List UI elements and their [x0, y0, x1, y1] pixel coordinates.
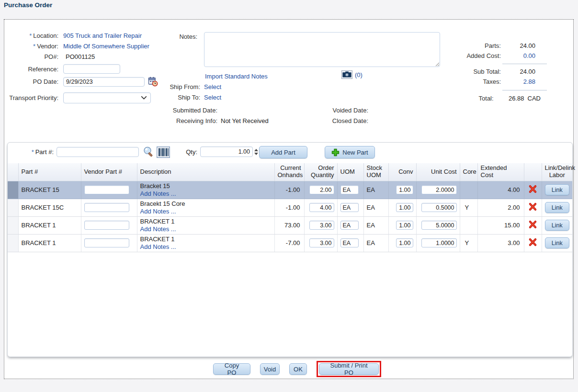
- delete-x-icon[interactable]: [528, 185, 537, 195]
- link-button[interactable]: Link: [545, 184, 569, 195]
- row-selection-cell[interactable]: [8, 216, 18, 234]
- po-date-input[interactable]: [63, 77, 145, 87]
- part-description: BRACKET 1: [140, 218, 272, 225]
- added-cost-row: Added Cost: 0.00: [435, 52, 541, 59]
- table-row[interactable]: BRACKET 15C Bracekt 15 Core Add Notes ..…: [8, 199, 572, 216]
- part-number-input[interactable]: [57, 147, 139, 157]
- part-description: Bracket 15: [140, 182, 272, 190]
- conv-input[interactable]: [396, 221, 413, 230]
- col-link-delink: Link/Delink Labor: [542, 163, 572, 181]
- notes-textarea[interactable]: [204, 32, 440, 67]
- delete-x-icon[interactable]: [528, 220, 537, 230]
- vendor-part-cell: [81, 216, 137, 234]
- vendor-part-input[interactable]: [84, 221, 129, 230]
- order-quantity-input[interactable]: [309, 185, 334, 194]
- import-standard-notes-link[interactable]: Import Standard Notes: [205, 73, 268, 80]
- camera-icon[interactable]: [341, 70, 352, 79]
- search-icon[interactable]: [143, 146, 155, 158]
- qty-input[interactable]: [200, 146, 253, 157]
- location-link[interactable]: 905 Truck and Trailer Repair: [63, 32, 142, 39]
- currency-code: CAD: [528, 95, 541, 102]
- ship-to-row: Ship To: Select: [148, 94, 221, 101]
- photos-control[interactable]: (0): [341, 70, 363, 79]
- link-cell: Link: [542, 234, 572, 252]
- col-vendor-part: Vendor Part #: [81, 163, 137, 181]
- vendor-part-cell: [81, 199, 137, 216]
- row-selection-cell[interactable]: [8, 199, 18, 216]
- conv-input[interactable]: [396, 185, 413, 194]
- qty-control: [200, 146, 258, 157]
- unit-cost-input[interactable]: [421, 238, 457, 247]
- row-selection-cell[interactable]: [8, 234, 18, 252]
- conv-input[interactable]: [396, 203, 413, 212]
- receiving-info-value: Not Yet Received: [221, 117, 269, 124]
- qty-spinner[interactable]: [254, 149, 258, 155]
- vendor-part-input[interactable]: [84, 203, 129, 212]
- col-uom: UOM: [337, 163, 363, 181]
- unit-cost-input[interactable]: [421, 221, 457, 230]
- vendor-link[interactable]: Middle Of Somewhere Supplier: [63, 43, 149, 50]
- added-cost-link[interactable]: 0.00: [501, 52, 535, 59]
- parts-total-row: Parts: 24.00: [435, 42, 541, 49]
- chevron-down-icon: [141, 96, 147, 100]
- submitted-date-label: Submitted Date:: [148, 107, 217, 114]
- sub-total-row: Sub Total: 24.00: [435, 68, 541, 75]
- add-notes-link[interactable]: Add Notes ...: [140, 243, 176, 251]
- ship-to-select-link[interactable]: Select: [204, 94, 221, 101]
- order-quantity-input[interactable]: [309, 203, 334, 212]
- totals-divider: [502, 90, 547, 90]
- delete-x-icon[interactable]: [528, 238, 537, 248]
- delete-x-icon[interactable]: [528, 202, 537, 213]
- current-onhands-cell: -7.00: [274, 234, 304, 252]
- uom-input[interactable]: [340, 185, 359, 194]
- table-row[interactable]: BRACKET 15 Bracket 15 Add Notes ... -1.0…: [8, 181, 572, 199]
- ok-button[interactable]: OK: [289, 363, 307, 375]
- submitted-date-row: Submitted Date:: [148, 107, 221, 114]
- link-cell: Link: [542, 199, 572, 216]
- unit-cost-input[interactable]: [421, 203, 457, 212]
- grand-total-value: 26.88: [494, 95, 524, 102]
- vendor-part-input[interactable]: [84, 238, 129, 247]
- conv-cell: [388, 234, 416, 252]
- conv-cell: [388, 199, 416, 216]
- col-part-number: Part #: [18, 163, 81, 181]
- vendor-label: *Vendor:: [4, 43, 58, 50]
- uom-input[interactable]: [340, 221, 359, 230]
- transport-priority-select[interactable]: [63, 92, 151, 103]
- row-selection-cell[interactable]: [8, 181, 18, 199]
- location-label: *Location:: [4, 32, 58, 39]
- uom-input[interactable]: [340, 238, 359, 247]
- uom-input[interactable]: [340, 203, 359, 212]
- table-row[interactable]: BRACKET 1 BRACKET 1 Add Notes ... -7.00 …: [8, 234, 572, 252]
- po-number-row: PO#: PO001125: [4, 53, 95, 60]
- unit-cost-input[interactable]: [421, 185, 457, 194]
- add-notes-link[interactable]: Add Notes ...: [140, 208, 176, 215]
- part-number-cell: BRACKET 15C: [18, 199, 81, 216]
- barcode-icon[interactable]: [157, 146, 170, 158]
- taxes-link[interactable]: 2.88: [501, 78, 535, 85]
- conv-input[interactable]: [396, 238, 413, 247]
- notes-label: Notes:: [170, 33, 197, 40]
- vendor-part-input[interactable]: [84, 185, 129, 194]
- add-notes-link[interactable]: Add Notes ...: [140, 225, 176, 233]
- delete-cell: [524, 199, 542, 216]
- order-quantity-input[interactable]: [309, 238, 334, 247]
- new-part-button[interactable]: New Part: [325, 146, 375, 158]
- order-quantity-input[interactable]: [309, 221, 334, 230]
- link-button[interactable]: Link: [545, 237, 569, 248]
- ship-from-select-link[interactable]: Select: [204, 83, 221, 90]
- receiving-info-row: Receiving Info: Not Yet Received: [148, 117, 269, 124]
- spinner-up-icon[interactable]: [254, 149, 258, 151]
- spinner-down-icon[interactable]: [254, 153, 258, 155]
- table-row[interactable]: BRACKET 1 BRACKET 1 Add Notes ... 73.00 …: [8, 216, 572, 234]
- copy-po-button[interactable]: Copy PO: [213, 363, 250, 375]
- add-notes-link[interactable]: Add Notes ...: [140, 190, 176, 198]
- link-button[interactable]: Link: [545, 202, 569, 213]
- void-button[interactable]: Void: [260, 363, 280, 375]
- parts-panel: *Part #: Qty: Add Pa: [7, 142, 573, 357]
- reference-input[interactable]: [63, 64, 120, 74]
- submit-print-po-button[interactable]: Submit / Print PO: [319, 363, 379, 375]
- photos-count[interactable]: (0): [355, 71, 363, 78]
- link-button[interactable]: Link: [545, 220, 569, 231]
- add-part-button[interactable]: Add Part: [259, 146, 307, 158]
